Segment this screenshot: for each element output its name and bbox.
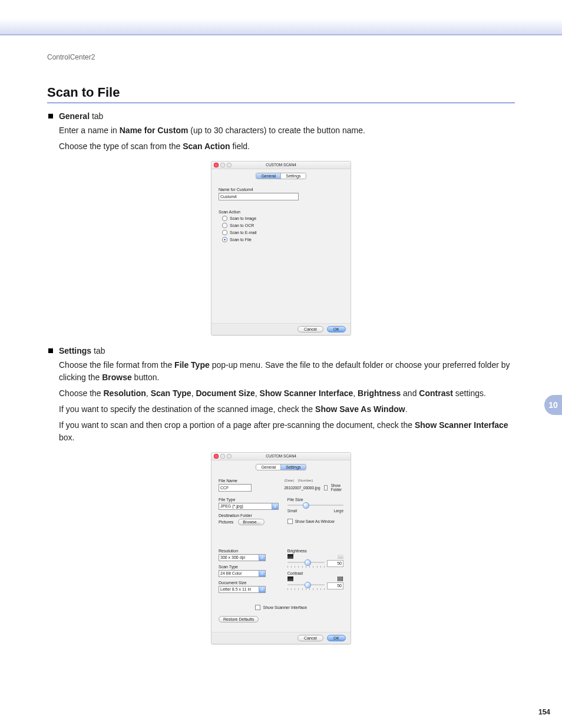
section-heading-settings: Settings tab <box>47 346 515 355</box>
text-bold: Document Size <box>196 388 254 398</box>
text-bold: Show Scanner Interface <box>415 420 508 430</box>
text: , <box>255 388 260 398</box>
heading-bold: Settings <box>59 346 91 355</box>
file-type-select[interactable]: JPEG (*.jpg) ⇵ <box>219 503 279 510</box>
radio-scan-to-ocr[interactable]: Scan to OCR <box>222 223 343 228</box>
radio-label: Scan to Image <box>230 216 256 220</box>
paragraph: Choose the Resolution, Scan Type, Docume… <box>59 387 515 400</box>
file-name-label: File Name <box>219 479 277 483</box>
zoom-icon[interactable] <box>227 163 232 167</box>
minimize-icon[interactable] <box>220 163 225 167</box>
text-bold: Show Save As Window <box>315 404 405 414</box>
date-hint: (Date) <box>284 479 294 482</box>
browse-button[interactable]: Browse... <box>238 519 265 525</box>
radio-scan-to-image[interactable]: Scan to Image <box>222 216 343 221</box>
text-bold: Scan Action <box>183 141 230 151</box>
dialog-title: CUSTOM SCAN4 <box>266 163 296 167</box>
tab-settings[interactable]: Settings <box>280 173 305 179</box>
radio-scan-to-file[interactable]: Scan to File <box>222 237 343 242</box>
dialog-general: CUSTOM SCAN4 General Settings Name for C… <box>211 161 351 335</box>
contrast-label: Contrast <box>287 571 343 575</box>
file-name-input[interactable]: CCF <box>219 484 252 492</box>
text-bold: Show Scanner Interface <box>260 388 353 398</box>
text: field. <box>230 141 250 151</box>
contrast-slider[interactable] <box>287 582 325 587</box>
close-icon[interactable] <box>214 163 219 167</box>
text: settings. <box>453 388 486 398</box>
ok-button[interactable]: OK <box>327 326 346 332</box>
text: , <box>146 388 151 398</box>
radio-label: Scan to OCR <box>230 223 254 228</box>
heading-rest: tab <box>91 346 105 355</box>
bullet-square-icon <box>48 348 53 353</box>
bullet-square-icon <box>48 114 53 118</box>
close-icon[interactable] <box>214 454 219 459</box>
radio-icon <box>222 216 227 221</box>
text: (up to 30 characters) to create the butt… <box>188 126 365 135</box>
chevron-updown-icon: ⇵ <box>259 555 265 561</box>
radio-icon <box>222 237 227 242</box>
dialog-tabs: General Settings <box>211 460 351 473</box>
window-controls <box>214 163 232 167</box>
section-heading-general: General tab <box>47 111 515 121</box>
dialog-titlebar: CUSTOM SCAN4 <box>211 453 351 460</box>
restore-defaults-button[interactable]: Restore Defaults <box>219 616 259 622</box>
text-bold: Name for Custom <box>120 126 189 135</box>
destination-folder-label: Destination Folder <box>219 513 280 518</box>
scan-type-label: Scan Type <box>219 565 280 569</box>
text: and <box>401 388 419 398</box>
document-size-select[interactable]: Letter 8.5 x 11 in ⇵ <box>219 586 266 593</box>
radio-scan-to-email[interactable]: Scan to E-mail <box>222 230 343 235</box>
page-body: ControlCenter2 Scan to File General tab … <box>0 35 562 690</box>
contrast-high-icon <box>338 577 343 581</box>
resolution-label: Resolution <box>219 549 280 553</box>
text-bold: Resolution <box>104 388 146 398</box>
text: Choose the <box>59 388 104 398</box>
show-save-as-checkbox[interactable] <box>287 519 293 524</box>
tab-settings[interactable]: Settings <box>280 465 305 470</box>
file-type-label: File Type <box>219 498 280 502</box>
dialog-titlebar: CUSTOM SCAN4 <box>211 162 351 169</box>
name-for-custom-label: Name for Custom4 <box>219 187 343 192</box>
select-value: JPEG (*.jpg) <box>219 503 272 509</box>
text: , <box>353 388 358 398</box>
ok-button[interactable]: OK <box>327 635 346 641</box>
chevron-updown-icon: ⇵ <box>259 587 265 592</box>
dialog-tabs: General Settings <box>211 169 351 182</box>
contrast-value[interactable]: 50 <box>327 582 343 589</box>
scan-type-select[interactable]: 24 Bit Color ⇵ <box>219 570 266 577</box>
select-value: 24 Bit Color <box>219 571 259 577</box>
resolution-select[interactable]: 300 x 300 dpi ⇵ <box>219 554 266 561</box>
tab-general[interactable]: General <box>256 173 280 179</box>
show-folder-checkbox[interactable] <box>324 485 328 490</box>
number-hint: (Number) <box>298 479 313 482</box>
zoom-icon[interactable] <box>227 454 232 459</box>
dialog-title: CUSTOM SCAN4 <box>266 454 296 458</box>
cancel-button[interactable]: Cancel <box>297 326 323 332</box>
text: box. <box>59 433 74 442</box>
brightness-label: Brightness <box>287 549 343 553</box>
select-value: 300 x 300 dpi <box>219 555 259 561</box>
sample-filename: 28102007_00000.jpg <box>284 486 320 490</box>
text-bold: Scan Type <box>151 388 191 398</box>
file-size-slider[interactable] <box>287 503 343 508</box>
brightness-light-icon <box>338 554 343 559</box>
cancel-button[interactable]: Cancel <box>297 635 323 641</box>
tab-general[interactable]: General <box>256 465 280 470</box>
breadcrumb: ControlCenter2 <box>47 53 515 61</box>
radio-icon <box>222 230 227 235</box>
brightness-slider[interactable] <box>287 560 325 565</box>
paragraph: If you want to specify the destination o… <box>59 403 515 416</box>
scan-action-label: Scan Action <box>219 210 343 214</box>
minimize-icon[interactable] <box>220 454 225 459</box>
text-bold: Brightness <box>358 388 401 398</box>
name-for-custom-input[interactable]: Custom4 <box>219 193 299 200</box>
text: . <box>405 404 408 414</box>
show-scanner-interface-checkbox[interactable] <box>255 605 260 610</box>
paragraph: Choose the file format from the File Typ… <box>59 359 515 384</box>
dialog-settings: CUSTOM SCAN4 General Settings File Name … <box>211 452 351 644</box>
brightness-value[interactable]: 50 <box>327 560 343 567</box>
text: Choose the type of scan from the <box>59 141 183 151</box>
document-size-label: Document Size <box>219 581 280 585</box>
text-bold: File Type <box>174 360 210 370</box>
